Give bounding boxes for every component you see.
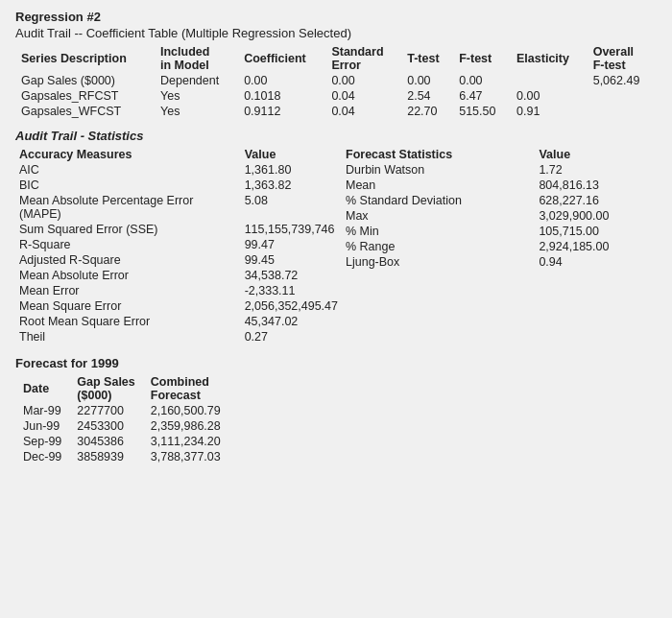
coeff-header-overall-ftest: OverallF-test: [588, 44, 657, 73]
accuracy-value-7: -2,333.11: [241, 283, 342, 298]
accuracy-label-10: Theil: [15, 329, 241, 345]
coeff-cell-1-3: 0.04: [325, 88, 401, 104]
regression-label: Regression #2: [15, 10, 657, 24]
coeff-header-elasticity: Elasticity: [511, 44, 588, 73]
accuracy-label-9: Root Mean Square Error: [15, 314, 241, 329]
forecast-cell-2-2: 3,111,234.20: [143, 434, 228, 449]
coeff-cell-0-5: 0.00: [453, 73, 511, 88]
forecast-cell-3-2: 3,788,377.03: [143, 449, 228, 464]
forecast-cell-1-0: Jun-99: [15, 418, 69, 434]
forecast-cell-1-2: 2,359,986.28: [143, 418, 228, 434]
accuracy-row-8: Mean Square Error2,056,352,495.47: [15, 298, 342, 314]
coeff-cell-1-2: 0.1018: [238, 88, 325, 104]
accuracy-row-5: Adjusted R-Square99.45: [15, 252, 342, 268]
forecast-stats-row-6: Ljung-Box0.94: [342, 254, 657, 270]
coeff-cell-2-7: [588, 104, 657, 119]
coeff-header-included: Includedin Model: [155, 44, 238, 73]
forecast-stats-header-row: Forecast Statistics Value: [342, 147, 657, 162]
coeff-cell-2-4: 22.70: [401, 104, 453, 119]
forecast-cell-3-0: Dec-99: [15, 449, 69, 464]
accuracy-label-0: AIC: [15, 162, 241, 178]
accuracy-row-3: Sum Squared Error (SSE)115,155,739,746: [15, 222, 342, 237]
accuracy-measures-title: Accuracy Measures: [15, 147, 241, 162]
coeff-cell-0-6: [511, 73, 588, 88]
coeff-cell-1-6: 0.00: [511, 88, 588, 104]
coefficient-table: Series Description Includedin Model Coef…: [15, 44, 657, 119]
forecast-stats-label-3: Max: [342, 208, 535, 224]
coeff-row-2: Gapsales_WFCSTYes0.91120.0422.70515.500.…: [15, 104, 657, 119]
accuracy-row-1: BIC1,363.82: [15, 178, 342, 193]
accuracy-row-0: AIC1,361.80: [15, 162, 342, 178]
accuracy-row-7: Mean Error-2,333.11: [15, 283, 342, 298]
accuracy-label-5: Adjusted R-Square: [15, 252, 241, 268]
accuracy-label-3: Sum Squared Error (SSE): [15, 222, 241, 237]
forecast-stats-row-4: % Min105,715.00: [342, 224, 657, 239]
accuracy-row-6: Mean Absolute Error34,538.72: [15, 268, 342, 283]
coeff-header-ftest: F-test: [453, 44, 511, 73]
forecast-stats-value-1: 804,816.13: [535, 178, 657, 193]
coeff-cell-1-1: Yes: [155, 88, 238, 104]
accuracy-value-9: 45,347.02: [241, 314, 342, 329]
forecast-stats-label-0: Durbin Watson: [342, 162, 535, 178]
forecast-cell-1-1: 2453300: [69, 418, 142, 434]
forecast-stats-value-6: 0.94: [535, 254, 657, 270]
forecast-stats-value-3: 3,029,900.00: [535, 208, 657, 224]
coeff-row-1: Gapsales_RFCSTYes0.10180.042.546.470.00: [15, 88, 657, 104]
coeff-cell-1-4: 2.54: [401, 88, 453, 104]
coeff-cell-2-1: Yes: [155, 104, 238, 119]
page-container: Regression #2 Audit Trail -- Coefficient…: [15, 10, 657, 464]
accuracy-value-5: 99.45: [241, 252, 342, 268]
accuracy-value-col: Value: [241, 147, 342, 162]
accuracy-row-9: Root Mean Square Error45,347.02: [15, 314, 342, 329]
coeff-cell-0-2: 0.00: [238, 73, 325, 88]
coeff-cell-2-2: 0.9112: [238, 104, 325, 119]
coeff-cell-0-3: 0.00: [325, 73, 401, 88]
forecast-stats-row-0: Durbin Watson1.72: [342, 162, 657, 178]
forecast-cell-0-2: 2,160,500.79: [143, 403, 228, 418]
forecast-section-title: Forecast for 1999: [15, 356, 657, 370]
forecast-header-row: Date Gap Sales($000) CombinedForecast: [15, 374, 228, 403]
forecast-header-date: Date: [15, 374, 69, 403]
coeff-cell-2-0: Gapsales_WFCST: [15, 104, 155, 119]
forecast-stats-label-1: Mean: [342, 178, 535, 193]
forecast-stats-value-0: 1.72: [535, 162, 657, 178]
forecast-stats-label-5: % Range: [342, 239, 535, 254]
forecast-for-1999-section: Forecast for 1999 Date Gap Sales($000) C…: [15, 356, 657, 464]
forecast-stats-label-4: % Min: [342, 224, 535, 239]
coeff-header-series: Series Description: [15, 44, 155, 73]
coeff-header-row: Series Description Includedin Model Coef…: [15, 44, 657, 73]
forecast-stats-label-2: % Standard Deviation: [342, 193, 535, 208]
coeff-cell-2-3: 0.04: [325, 104, 401, 119]
accuracy-value-10: 0.27: [241, 329, 342, 345]
coeff-cell-2-5: 515.50: [453, 104, 511, 119]
accuracy-label-6: Mean Absolute Error: [15, 268, 241, 283]
coeff-cell-1-7: [588, 88, 657, 104]
coeff-header-coefficient: Coefficient: [238, 44, 325, 73]
coeff-cell-1-0: Gapsales_RFCST: [15, 88, 155, 104]
forecast-stats-value-5: 2,924,185.00: [535, 239, 657, 254]
accuracy-value-6: 34,538.72: [241, 268, 342, 283]
coeff-header-ttest: T-test: [401, 44, 453, 73]
accuracy-value-3: 115,155,739,746: [241, 222, 342, 237]
coeff-row-0: Gap Sales ($000)Dependent0.000.000.000.0…: [15, 73, 657, 88]
forecast-stats-row-5: % Range2,924,185.00: [342, 239, 657, 254]
accuracy-value-8: 2,056,352,495.47: [241, 298, 342, 314]
forecast-header-combined-forecast: CombinedForecast: [143, 374, 228, 403]
accuracy-value-2: 5.08: [241, 193, 342, 222]
coeff-cell-1-5: 6.47: [453, 88, 511, 104]
accuracy-label-1: BIC: [15, 178, 241, 193]
forecast-cell-3-1: 3858939: [69, 449, 142, 464]
forecast-header-gap-sales: Gap Sales($000): [69, 374, 142, 403]
forecast-row-3: Dec-9938589393,788,377.03: [15, 449, 228, 464]
forecast-row-0: Mar-9922777002,160,500.79: [15, 403, 228, 418]
two-col-stats: Accuracy Measures Value AIC1,361.80BIC1,…: [15, 147, 657, 345]
forecast-stats-row-1: Mean804,816.13: [342, 178, 657, 193]
coeff-cell-0-0: Gap Sales ($000): [15, 73, 155, 88]
accuracy-header-row: Accuracy Measures Value: [15, 147, 342, 162]
accuracy-row-4: R-Square99.47: [15, 237, 342, 252]
accuracy-measures-section: Accuracy Measures Value AIC1,361.80BIC1,…: [15, 147, 342, 345]
forecast-cell-0-0: Mar-99: [15, 403, 69, 418]
forecast-row-2: Sep-9930453863,111,234.20: [15, 434, 228, 449]
accuracy-label-7: Mean Error: [15, 283, 241, 298]
forecast-cell-2-0: Sep-99: [15, 434, 69, 449]
